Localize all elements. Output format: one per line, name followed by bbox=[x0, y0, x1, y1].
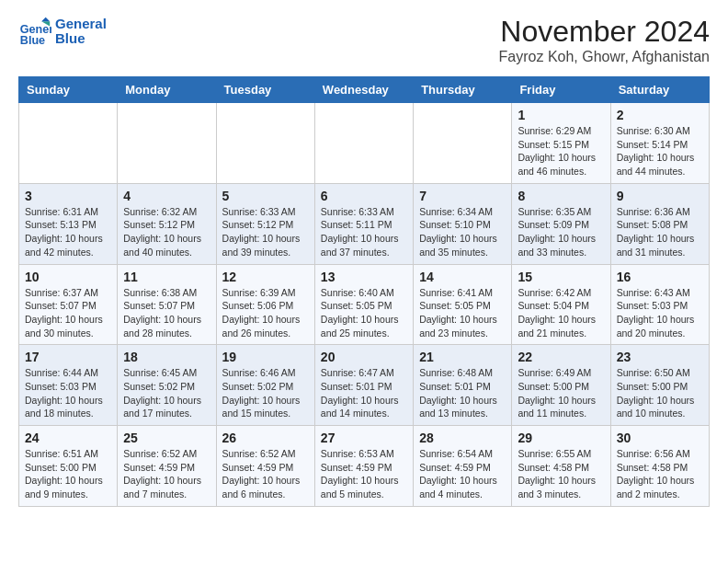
day-number: 29 bbox=[518, 431, 604, 445]
day-number: 1 bbox=[518, 108, 604, 122]
week-row-0: 1Sunrise: 6:29 AM Sunset: 5:15 PM Daylig… bbox=[19, 103, 710, 184]
day-number: 15 bbox=[518, 270, 604, 284]
day-number: 18 bbox=[123, 350, 210, 364]
day-info: Sunrise: 6:36 AM Sunset: 5:08 PM Dayligh… bbox=[617, 205, 703, 259]
day-info: Sunrise: 6:46 AM Sunset: 5:02 PM Dayligh… bbox=[222, 366, 309, 420]
day-number: 24 bbox=[25, 431, 111, 445]
month-title: November 2024 bbox=[499, 15, 710, 49]
header-cell-thursday: Thursday bbox=[414, 77, 512, 103]
day-number: 11 bbox=[123, 270, 210, 284]
day-cell: 30Sunrise: 6:56 AM Sunset: 4:58 PM Dayli… bbox=[610, 426, 709, 507]
day-number: 7 bbox=[419, 189, 506, 203]
day-cell: 17Sunrise: 6:44 AM Sunset: 5:03 PM Dayli… bbox=[19, 345, 118, 426]
calendar-table: SundayMondayTuesdayWednesdayThursdayFrid… bbox=[18, 76, 710, 507]
day-info: Sunrise: 6:41 AM Sunset: 5:05 PM Dayligh… bbox=[419, 286, 506, 340]
header-cell-friday: Friday bbox=[512, 77, 610, 103]
week-row-2: 10Sunrise: 6:37 AM Sunset: 5:07 PM Dayli… bbox=[19, 264, 710, 345]
day-cell bbox=[314, 103, 413, 184]
day-cell: 21Sunrise: 6:48 AM Sunset: 5:01 PM Dayli… bbox=[414, 345, 512, 426]
day-number: 23 bbox=[617, 350, 703, 364]
header-cell-tuesday: Tuesday bbox=[216, 77, 314, 103]
day-cell: 28Sunrise: 6:54 AM Sunset: 4:59 PM Dayli… bbox=[414, 426, 512, 507]
day-info: Sunrise: 6:38 AM Sunset: 5:07 PM Dayligh… bbox=[123, 286, 210, 340]
day-number: 4 bbox=[123, 189, 210, 203]
day-cell: 9Sunrise: 6:36 AM Sunset: 5:08 PM Daylig… bbox=[610, 183, 709, 264]
day-number: 26 bbox=[222, 431, 309, 445]
day-cell: 25Sunrise: 6:52 AM Sunset: 4:59 PM Dayli… bbox=[118, 426, 216, 507]
day-cell: 27Sunrise: 6:53 AM Sunset: 4:59 PM Dayli… bbox=[314, 426, 413, 507]
day-number: 3 bbox=[25, 189, 111, 203]
day-cell: 13Sunrise: 6:40 AM Sunset: 5:05 PM Dayli… bbox=[314, 264, 413, 345]
day-cell: 14Sunrise: 6:41 AM Sunset: 5:05 PM Dayli… bbox=[414, 264, 512, 345]
day-number: 8 bbox=[518, 189, 604, 203]
day-cell: 2Sunrise: 6:30 AM Sunset: 5:14 PM Daylig… bbox=[610, 103, 709, 184]
day-number: 30 bbox=[617, 431, 703, 445]
day-info: Sunrise: 6:52 AM Sunset: 4:59 PM Dayligh… bbox=[123, 447, 210, 501]
day-number: 22 bbox=[518, 350, 604, 364]
day-number: 14 bbox=[419, 270, 506, 284]
logo-line1: General bbox=[55, 17, 107, 32]
week-row-1: 3Sunrise: 6:31 AM Sunset: 5:13 PM Daylig… bbox=[19, 183, 710, 264]
day-info: Sunrise: 6:56 AM Sunset: 4:58 PM Dayligh… bbox=[617, 447, 703, 501]
header-cell-sunday: Sunday bbox=[19, 77, 118, 103]
day-cell: 6Sunrise: 6:33 AM Sunset: 5:11 PM Daylig… bbox=[314, 183, 413, 264]
day-info: Sunrise: 6:29 AM Sunset: 5:15 PM Dayligh… bbox=[518, 124, 604, 178]
day-cell bbox=[19, 103, 118, 184]
day-info: Sunrise: 6:43 AM Sunset: 5:03 PM Dayligh… bbox=[617, 286, 703, 340]
day-cell: 23Sunrise: 6:50 AM Sunset: 5:00 PM Dayli… bbox=[610, 345, 709, 426]
day-number: 5 bbox=[222, 189, 309, 203]
day-info: Sunrise: 6:50 AM Sunset: 5:00 PM Dayligh… bbox=[617, 366, 703, 420]
svg-marker-3 bbox=[41, 17, 50, 22]
day-cell bbox=[414, 103, 512, 184]
day-cell: 22Sunrise: 6:49 AM Sunset: 5:00 PM Dayli… bbox=[512, 345, 610, 426]
header-cell-wednesday: Wednesday bbox=[314, 77, 413, 103]
day-info: Sunrise: 6:37 AM Sunset: 5:07 PM Dayligh… bbox=[25, 286, 111, 340]
page-container: General Blue General Blue November 2024 … bbox=[0, 0, 728, 522]
day-number: 16 bbox=[617, 270, 703, 284]
day-cell bbox=[216, 103, 314, 184]
day-number: 6 bbox=[321, 189, 407, 203]
logo-line2: Blue bbox=[55, 31, 107, 47]
header-cell-monday: Monday bbox=[118, 77, 216, 103]
day-info: Sunrise: 6:48 AM Sunset: 5:01 PM Dayligh… bbox=[419, 366, 506, 420]
day-number: 9 bbox=[617, 189, 703, 203]
header-row: SundayMondayTuesdayWednesdayThursdayFrid… bbox=[19, 77, 710, 103]
day-number: 27 bbox=[321, 431, 407, 445]
day-info: Sunrise: 6:30 AM Sunset: 5:14 PM Dayligh… bbox=[617, 124, 703, 178]
day-info: Sunrise: 6:53 AM Sunset: 4:59 PM Dayligh… bbox=[321, 447, 407, 501]
day-info: Sunrise: 6:42 AM Sunset: 5:04 PM Dayligh… bbox=[518, 286, 604, 340]
day-info: Sunrise: 6:33 AM Sunset: 5:11 PM Dayligh… bbox=[321, 205, 407, 259]
day-cell: 18Sunrise: 6:45 AM Sunset: 5:02 PM Dayli… bbox=[118, 345, 216, 426]
day-info: Sunrise: 6:45 AM Sunset: 5:02 PM Dayligh… bbox=[123, 366, 210, 420]
day-number: 13 bbox=[321, 270, 407, 284]
day-cell bbox=[118, 103, 216, 184]
day-cell: 26Sunrise: 6:52 AM Sunset: 4:59 PM Dayli… bbox=[216, 426, 314, 507]
day-info: Sunrise: 6:51 AM Sunset: 5:00 PM Dayligh… bbox=[25, 447, 111, 501]
day-info: Sunrise: 6:33 AM Sunset: 5:12 PM Dayligh… bbox=[222, 205, 309, 259]
day-number: 19 bbox=[222, 350, 309, 364]
calendar-body: 1Sunrise: 6:29 AM Sunset: 5:15 PM Daylig… bbox=[19, 103, 710, 507]
day-cell: 3Sunrise: 6:31 AM Sunset: 5:13 PM Daylig… bbox=[19, 183, 118, 264]
day-cell: 16Sunrise: 6:43 AM Sunset: 5:03 PM Dayli… bbox=[610, 264, 709, 345]
day-info: Sunrise: 6:34 AM Sunset: 5:10 PM Dayligh… bbox=[419, 205, 506, 259]
day-number: 2 bbox=[617, 108, 703, 122]
day-number: 12 bbox=[222, 270, 309, 284]
day-cell: 8Sunrise: 6:35 AM Sunset: 5:09 PM Daylig… bbox=[512, 183, 610, 264]
day-info: Sunrise: 6:55 AM Sunset: 4:58 PM Dayligh… bbox=[518, 447, 604, 501]
day-number: 17 bbox=[25, 350, 111, 364]
svg-text:Blue: Blue bbox=[20, 34, 45, 47]
day-number: 20 bbox=[321, 350, 407, 364]
day-cell: 19Sunrise: 6:46 AM Sunset: 5:02 PM Dayli… bbox=[216, 345, 314, 426]
day-cell: 4Sunrise: 6:32 AM Sunset: 5:12 PM Daylig… bbox=[118, 183, 216, 264]
day-info: Sunrise: 6:39 AM Sunset: 5:06 PM Dayligh… bbox=[222, 286, 309, 340]
day-info: Sunrise: 6:35 AM Sunset: 5:09 PM Dayligh… bbox=[518, 205, 604, 259]
day-cell: 10Sunrise: 6:37 AM Sunset: 5:07 PM Dayli… bbox=[19, 264, 118, 345]
week-row-3: 17Sunrise: 6:44 AM Sunset: 5:03 PM Dayli… bbox=[19, 345, 710, 426]
day-cell: 1Sunrise: 6:29 AM Sunset: 5:15 PM Daylig… bbox=[512, 103, 610, 184]
day-info: Sunrise: 6:54 AM Sunset: 4:59 PM Dayligh… bbox=[419, 447, 506, 501]
day-info: Sunrise: 6:40 AM Sunset: 5:05 PM Dayligh… bbox=[321, 286, 407, 340]
day-info: Sunrise: 6:47 AM Sunset: 5:01 PM Dayligh… bbox=[321, 366, 407, 420]
header: General Blue General Blue November 2024 … bbox=[18, 15, 710, 65]
day-cell: 12Sunrise: 6:39 AM Sunset: 5:06 PM Dayli… bbox=[216, 264, 314, 345]
day-info: Sunrise: 6:44 AM Sunset: 5:03 PM Dayligh… bbox=[25, 366, 111, 420]
